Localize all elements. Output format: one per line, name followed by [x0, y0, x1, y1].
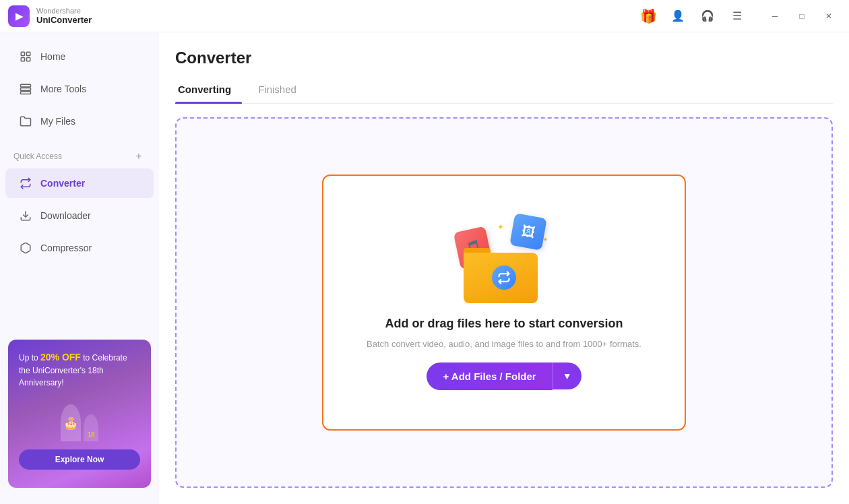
- close-button[interactable]: ✕: [817, 7, 841, 26]
- home-icon: [19, 50, 32, 63]
- sidebar-item-downloader[interactable]: Downloader: [5, 201, 154, 230]
- drop-zone-inner[interactable]: ✦ ✦ ✦ 🎵 🖼: [322, 175, 686, 431]
- tab-converting[interactable]: Converting: [175, 78, 242, 103]
- sparkle-1: ✦: [497, 222, 504, 232]
- folder-body: [464, 253, 538, 303]
- svg-rect-0: [21, 52, 24, 55]
- sidebar-item-compressor-label: Compressor: [40, 243, 92, 253]
- my-files-icon: [19, 115, 32, 128]
- tab-finished[interactable]: Finished: [255, 78, 307, 103]
- gift-icon[interactable]: 🎁: [639, 7, 658, 26]
- sidebar-item-home[interactable]: Home: [5, 42, 154, 71]
- user-icon[interactable]: 👤: [668, 7, 687, 26]
- more-tools-icon: [19, 82, 32, 96]
- svg-rect-4: [21, 84, 31, 87]
- drop-zone-subtitle: Batch convert video, audio, and image fi…: [367, 339, 641, 349]
- titlebar-icons: 🎁 👤 🎧 ☰ ─ □ ✕: [639, 7, 841, 26]
- quick-access-label: Quick Access: [13, 152, 62, 161]
- promo-explore-button[interactable]: Explore Now: [19, 449, 140, 470]
- minimize-button[interactable]: ─: [763, 7, 787, 26]
- converter-icon: [19, 177, 32, 190]
- window-controls: ─ □ ✕: [763, 7, 841, 26]
- svg-rect-1: [27, 52, 30, 55]
- maximize-button[interactable]: □: [790, 7, 814, 26]
- chevron-down-icon: ▼: [563, 371, 572, 381]
- tabs: Converting Finished: [175, 78, 833, 104]
- sidebar-item-more-tools-label: More Tools: [40, 84, 86, 94]
- headset-icon[interactable]: 🎧: [698, 7, 717, 26]
- sidebar-item-downloader-label: Downloader: [40, 210, 91, 221]
- add-files-dropdown-button[interactable]: ▼: [553, 363, 581, 389]
- svg-rect-5: [21, 88, 31, 91]
- svg-rect-2: [21, 58, 24, 61]
- app-logo: ▶: [8, 5, 30, 27]
- menu-icon[interactable]: ☰: [728, 7, 747, 26]
- titlebar: ▶ Wondershare UniConverter 🎁 👤 🎧 ☰ ─ □ ✕: [0, 0, 849, 32]
- sidebar-item-converter-label: Converter: [40, 178, 85, 189]
- quick-access-add-button[interactable]: +: [132, 150, 146, 163]
- sidebar-item-my-files[interactable]: My Files: [5, 106, 154, 136]
- sidebar-item-compressor[interactable]: Compressor: [5, 233, 154, 263]
- svg-rect-6: [21, 92, 31, 94]
- sidebar-item-home-label: Home: [40, 51, 65, 62]
- drop-zone-outer[interactable]: ✦ ✦ ✦ 🎵 🖼: [175, 117, 833, 488]
- add-files-button[interactable]: + Add Files / Folder: [427, 363, 552, 390]
- folder-convert-arrow: [492, 265, 516, 290]
- sidebar-item-my-files-label: My Files: [40, 116, 75, 127]
- app-branding: ▶ Wondershare UniConverter: [8, 5, 92, 27]
- page-title: Converter: [175, 49, 833, 67]
- file-illustration: ✦ ✦ ✦ 🎵 🖼: [457, 216, 551, 303]
- drop-zone-title: Add or drag files here to start conversi…: [385, 317, 623, 331]
- svg-rect-3: [27, 58, 30, 61]
- promo-banner[interactable]: Up to 20% OFF to Celebrate the UniConver…: [8, 340, 151, 488]
- promo-text: Up to 20% OFF to Celebrate the UniConver…: [19, 350, 140, 389]
- image-file-card: 🖼: [509, 213, 547, 251]
- main-layout: Home More Tools My Files Quick Access + …: [0, 32, 849, 504]
- sidebar-item-more-tools[interactable]: More Tools: [5, 74, 154, 104]
- app-name: Wondershare UniConverter: [36, 7, 92, 25]
- downloader-icon: [19, 209, 32, 222]
- quick-access-header: Quick Access +: [0, 143, 159, 167]
- compressor-icon: [19, 241, 32, 255]
- content-area: Converter Converting Finished ✦ ✦ ✦ 🎵 🖼: [159, 32, 849, 504]
- sidebar-item-converter[interactable]: Converter: [5, 168, 154, 198]
- sidebar: Home More Tools My Files Quick Access + …: [0, 32, 159, 504]
- add-files-button-group: + Add Files / Folder ▼: [427, 363, 581, 390]
